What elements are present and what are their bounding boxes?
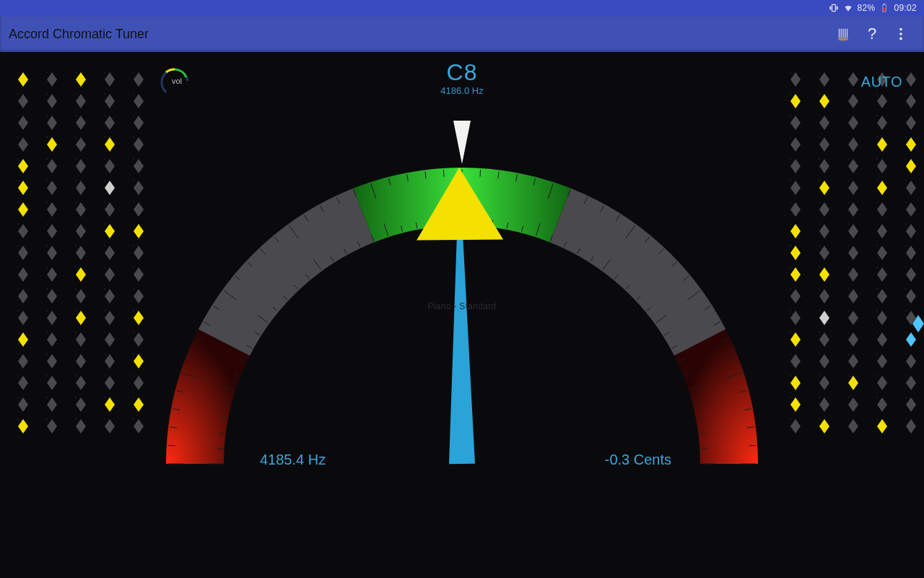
note-cell[interactable] — [777, 366, 804, 386]
note-cell[interactable] — [120, 127, 147, 147]
note-cell[interactable] — [91, 127, 118, 147]
note-cell[interactable] — [4, 387, 32, 407]
note-cell[interactable] — [4, 344, 32, 364]
note-cell[interactable] — [91, 257, 118, 277]
note-cell[interactable] — [863, 105, 891, 126]
note-cell[interactable] — [33, 344, 61, 364]
note-cell[interactable] — [777, 387, 804, 407]
note-cell[interactable] — [777, 409, 804, 429]
note-cell[interactable] — [806, 322, 833, 342]
note-cell[interactable] — [120, 322, 147, 342]
help-button[interactable]: ? — [858, 20, 886, 48]
note-cell[interactable] — [4, 366, 32, 386]
note-cell[interactable] — [120, 84, 147, 104]
note-cell[interactable] — [120, 171, 147, 191]
note-cell[interactable] — [863, 214, 891, 234]
note-cell[interactable] — [62, 366, 90, 386]
note-cell[interactable] — [806, 84, 833, 104]
note-cell[interactable] — [834, 257, 862, 277]
note-cell[interactable] — [4, 279, 32, 299]
note-cell[interactable] — [33, 366, 61, 386]
note-cell[interactable] — [892, 192, 920, 212]
note-cell[interactable] — [806, 409, 833, 429]
note-cell[interactable] — [62, 387, 90, 407]
note-cell[interactable] — [834, 344, 862, 364]
note-cell[interactable] — [91, 301, 118, 321]
note-cell[interactable] — [62, 214, 90, 234]
note-cell[interactable] — [892, 279, 920, 299]
note-cell[interactable] — [806, 62, 833, 82]
note-cell[interactable] — [892, 236, 920, 256]
note-cell[interactable] — [62, 322, 90, 342]
note-cell[interactable] — [120, 409, 147, 429]
note-cell[interactable] — [834, 387, 862, 407]
note-cell[interactable] — [777, 192, 804, 212]
note-cell[interactable] — [33, 257, 61, 277]
note-cell[interactable] — [91, 171, 118, 191]
note-cell[interactable] — [120, 257, 147, 277]
note-cell[interactable] — [863, 171, 891, 191]
note-cell[interactable] — [62, 149, 90, 169]
note-cell[interactable] — [33, 127, 61, 147]
strings-button[interactable] — [829, 20, 858, 48]
note-cell[interactable] — [834, 214, 862, 234]
note-cell[interactable] — [62, 127, 90, 147]
note-cell[interactable] — [863, 301, 891, 321]
note-cell[interactable] — [863, 257, 891, 277]
note-cell[interactable] — [62, 236, 90, 256]
note-cell[interactable] — [806, 366, 833, 386]
note-cell[interactable] — [4, 257, 32, 277]
note-cell[interactable] — [892, 366, 920, 386]
note-cell[interactable] — [863, 279, 891, 299]
note-cell[interactable] — [892, 149, 920, 169]
note-cell[interactable] — [91, 214, 118, 234]
note-cell[interactable] — [4, 409, 32, 429]
note-cell[interactable] — [120, 344, 147, 364]
note-cell[interactable] — [777, 62, 804, 82]
note-cell[interactable] — [834, 84, 862, 104]
note-cell[interactable] — [62, 409, 90, 429]
note-cell[interactable] — [62, 105, 90, 126]
note-cell[interactable] — [33, 387, 61, 407]
note-cell[interactable] — [777, 84, 804, 104]
note-cell[interactable] — [33, 171, 61, 191]
note-cell[interactable] — [806, 301, 833, 321]
note-cell[interactable] — [863, 387, 891, 407]
note-cell[interactable] — [806, 279, 833, 299]
note-cell[interactable] — [806, 149, 833, 169]
note-cell[interactable] — [120, 301, 147, 321]
note-cell[interactable] — [33, 149, 61, 169]
note-cell[interactable] — [834, 322, 862, 342]
note-cell[interactable] — [806, 105, 833, 126]
note-cell[interactable] — [834, 149, 862, 169]
note-cell[interactable] — [892, 105, 920, 126]
note-cell[interactable] — [91, 62, 118, 82]
note-cell[interactable] — [4, 105, 32, 126]
note-cell[interactable] — [4, 192, 32, 212]
note-cell[interactable] — [777, 322, 804, 342]
note-cell[interactable] — [863, 344, 891, 364]
note-cell[interactable] — [91, 387, 118, 407]
note-cell[interactable] — [863, 127, 891, 147]
mode-label[interactable]: AUTO — [861, 74, 902, 90]
note-cell[interactable] — [91, 84, 118, 104]
note-cell[interactable] — [777, 279, 804, 299]
note-cell[interactable] — [777, 301, 804, 321]
note-cell[interactable] — [91, 192, 118, 212]
note-cell[interactable] — [777, 257, 804, 277]
note-cell[interactable] — [62, 192, 90, 212]
note-cell[interactable] — [62, 84, 90, 104]
note-cell[interactable] — [777, 127, 804, 147]
note-cell[interactable] — [863, 322, 891, 342]
note-cell[interactable] — [33, 214, 61, 234]
note-cell[interactable] — [806, 192, 833, 212]
note-cell[interactable] — [91, 409, 118, 429]
note-cell[interactable] — [806, 127, 833, 147]
note-cell[interactable] — [892, 409, 920, 429]
note-grid-left[interactable] — [0, 61, 152, 431]
note-cell[interactable] — [863, 409, 891, 429]
note-cell[interactable] — [4, 62, 32, 82]
note-cell[interactable] — [834, 366, 862, 386]
note-cell[interactable] — [892, 214, 920, 234]
note-cell[interactable] — [892, 387, 920, 407]
